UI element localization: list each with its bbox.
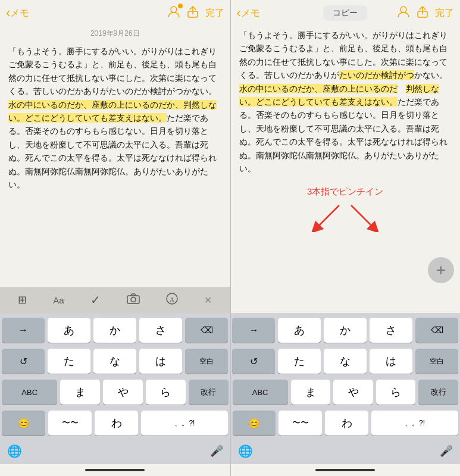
kb-row-2: ↺ た な は 空白 xyxy=(2,349,229,374)
left-chevron-icon: ‹ xyxy=(6,5,10,21)
left-back-button[interactable]: ‹ メモ xyxy=(6,5,29,21)
right-note-highlight-1: たいのだか検討がつ xyxy=(339,70,414,80)
key-backspace[interactable]: ⌫ xyxy=(185,318,228,343)
annotation-text: 3本指でピンチイン xyxy=(239,184,452,199)
key-arrow[interactable]: → xyxy=(2,318,45,343)
left-header-icons: 完了 xyxy=(167,6,224,21)
svg-text:A: A xyxy=(170,295,174,302)
right-header-icons: 完了 xyxy=(397,6,454,21)
right-key-return[interactable]: 改行 xyxy=(418,380,458,405)
person-badge xyxy=(178,4,183,8)
right-key-hat[interactable]: 〜〜 xyxy=(278,411,322,436)
toolbar-grid-icon[interactable]: ⊞ xyxy=(13,291,32,309)
right-key-abc[interactable]: ABC xyxy=(233,380,288,405)
key-return[interactable]: 改行 xyxy=(189,380,229,405)
key-space[interactable]: 空白 xyxy=(185,349,228,374)
left-bottom-bar: 🌐 🎤 xyxy=(0,438,230,464)
toolbar-font-icon[interactable]: Aa xyxy=(48,293,68,308)
right-key-wa[interactable]: わ xyxy=(325,411,368,436)
key-ma[interactable]: ま xyxy=(60,380,100,405)
key-na[interactable]: な xyxy=(93,349,136,374)
right-mic-icon[interactable]: 🎤 xyxy=(440,444,453,458)
right-note-text-4: ただ楽である。否楽そのものすらもら感じない。日月を切り落とし、天地を粉糜して不可… xyxy=(239,97,448,173)
key-hat[interactable]: 〜〜 xyxy=(48,411,92,436)
key-ka[interactable]: か xyxy=(93,318,136,343)
right-note-highlight-2: 水の中にいるのだか、座敷の上にいるのだ xyxy=(239,84,398,93)
right-copy-badge: コピー xyxy=(323,5,367,21)
right-plus-button[interactable]: + xyxy=(428,257,454,283)
kb-row-3: ABC ま や ら 改行 xyxy=(2,380,229,405)
svg-point-6 xyxy=(400,7,406,12)
svg-point-3 xyxy=(131,297,136,302)
left-globe-icon[interactable]: 🌐 xyxy=(7,444,22,458)
left-back-label: メモ xyxy=(10,7,29,20)
toolbar-check-icon[interactable]: ✓ xyxy=(86,290,105,309)
key-emoji[interactable]: 😊 xyxy=(2,411,45,436)
left-share-icon[interactable] xyxy=(187,6,198,21)
key-ya[interactable]: や xyxy=(103,380,143,405)
right-key-arrow[interactable]: → xyxy=(232,318,275,343)
right-header: ‹ メモ コピー 完了 xyxy=(231,0,461,26)
right-key-ha[interactable]: は xyxy=(370,349,412,374)
right-done-button[interactable]: 完了 xyxy=(435,7,454,20)
right-globe-icon[interactable]: 🌐 xyxy=(238,444,253,458)
key-sa[interactable]: さ xyxy=(139,318,182,343)
left-header: ‹ メモ 完了 xyxy=(0,0,230,26)
note-text-1: 「もうよそう。勝手にするがいい。がりがりはこれぎりご免蒙るこうむるよ」と、前足も… xyxy=(8,46,217,96)
left-toolbar: ⊞ Aa ✓ A ✕ xyxy=(0,287,230,313)
annotation-container: 3本指でピンチイン xyxy=(239,184,452,236)
right-kb-row-4: 😊 〜〜 わ 、。?! xyxy=(233,411,459,436)
right-key-punctuation[interactable]: 、。?! xyxy=(371,411,458,436)
annotation-arrows xyxy=(286,202,405,232)
right-key-ta[interactable]: た xyxy=(278,349,321,374)
right-back-button[interactable]: ‹ メモ xyxy=(237,5,260,21)
left-phone-panel: ‹ メモ 完了 2019年9月26日 「もうよそう。勝手にするがいい。が xyxy=(0,0,230,476)
right-key-undo[interactable]: ↺ xyxy=(232,349,275,374)
toolbar-camera-icon[interactable] xyxy=(122,291,145,309)
right-key-ya[interactable]: や xyxy=(333,380,373,405)
left-date: 2019年9月26日 xyxy=(0,26,230,42)
right-key-ka[interactable]: か xyxy=(324,318,367,343)
right-key-emoji[interactable]: 😊 xyxy=(233,411,276,436)
right-note-text-2: かない。 xyxy=(414,70,448,80)
right-key-backspace[interactable]: ⌫ xyxy=(415,318,458,343)
note-text-2: ただ楽である。否楽そのものすらもら感じない。日月を切り落とし、天地を粉糜して不可… xyxy=(8,113,217,189)
right-person-icon[interactable] xyxy=(397,6,410,21)
key-ta[interactable]: た xyxy=(48,349,90,374)
right-chevron-icon: ‹ xyxy=(237,5,241,21)
left-home-indicator xyxy=(0,464,230,476)
right-key-ma[interactable]: ま xyxy=(291,380,331,405)
right-key-sa[interactable]: さ xyxy=(370,318,412,343)
left-keyboard: → あ か さ ⌫ ↺ た な は 空白 ABC ま や ら 改行 😊 〜〜 わ… xyxy=(0,313,230,438)
right-keyboard: → あ か さ ⌫ ↺ た な は 空白 ABC ま や ら 改行 😊 〜〜 わ… xyxy=(231,313,461,438)
right-key-na[interactable]: な xyxy=(324,349,367,374)
key-wa[interactable]: わ xyxy=(95,411,138,436)
key-ha[interactable]: は xyxy=(139,349,182,374)
kb-row-4: 😊 〜〜 わ 、。?! xyxy=(2,411,229,436)
key-a[interactable]: あ xyxy=(48,318,90,343)
left-person-icon[interactable] xyxy=(167,6,180,21)
left-done-button[interactable]: 完了 xyxy=(205,7,224,20)
right-note-text-3 xyxy=(398,84,406,93)
right-bottom-bar: 🌐 🎤 xyxy=(231,438,461,464)
toolbar-close-icon[interactable]: ✕ xyxy=(199,292,217,308)
right-phone-panel: ‹ メモ コピー 完了 「もうよそう。勝手にするがいい。がりがりはこれぎりご免蒙… xyxy=(230,0,461,476)
key-abc[interactable]: ABC xyxy=(2,380,57,405)
right-share-icon[interactable] xyxy=(417,6,428,21)
right-key-ra[interactable]: ら xyxy=(376,380,416,405)
left-note-content: 「もうよそう。勝手にするがいい。がりがりはこれぎりご免蒙るこうむるよ」と、前足も… xyxy=(0,42,230,287)
right-kb-row-2: ↺ た な は 空白 xyxy=(233,349,459,374)
left-mic-icon[interactable]: 🎤 xyxy=(210,444,223,458)
key-undo[interactable]: ↺ xyxy=(2,349,45,374)
key-punctuation[interactable]: 、。?! xyxy=(141,411,228,436)
left-home-bar xyxy=(85,469,145,471)
right-back-label: メモ xyxy=(241,7,260,20)
right-key-space[interactable]: 空白 xyxy=(415,349,458,374)
key-ra[interactable]: ら xyxy=(146,380,186,405)
right-home-indicator xyxy=(231,464,461,476)
right-key-a[interactable]: あ xyxy=(278,318,321,343)
right-kb-row-1: → あ か さ ⌫ xyxy=(233,318,459,343)
kb-row-1: → あ か さ ⌫ xyxy=(2,318,229,343)
toolbar-pen-icon[interactable]: A xyxy=(161,290,183,310)
right-note-content: 「もうよそう。勝手にするがいい。がりがりはこれぎりご免蒙るこうむるよ」と、前足も… xyxy=(231,26,461,313)
